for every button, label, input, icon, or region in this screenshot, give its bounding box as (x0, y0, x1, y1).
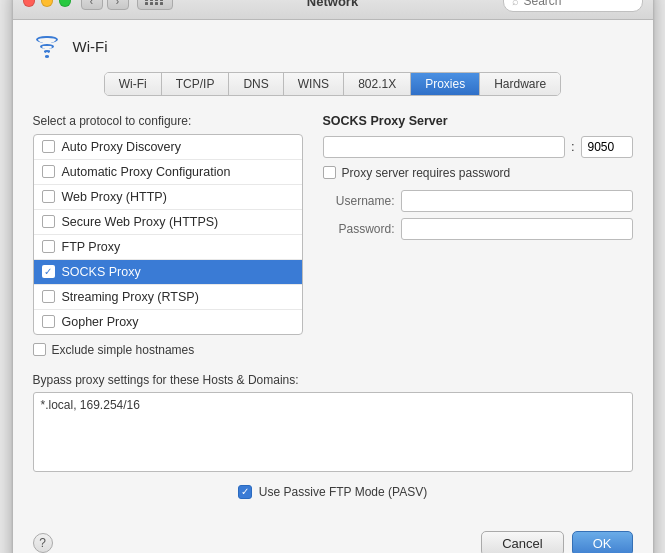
requires-password-label: Proxy server requires password (342, 166, 511, 180)
username-input[interactable] (401, 190, 633, 212)
help-icon: ? (39, 536, 46, 550)
label-gopher-proxy: Gopher Proxy (62, 315, 139, 329)
tab-wifi[interactable]: Wi-Fi (105, 73, 162, 95)
exclude-row: Exclude simple hostnames (33, 343, 303, 357)
search-icon: ⌕ (512, 0, 519, 7)
checkbox-web-proxy[interactable] (42, 190, 55, 203)
username-row: Username: (323, 190, 633, 212)
username-label: Username: (323, 194, 395, 208)
wifi-label: Wi-Fi (73, 38, 108, 55)
label-streaming-proxy: Streaming Proxy (RTSP) (62, 290, 199, 304)
list-item-secure-web[interactable]: Secure Web Proxy (HTTPS) (34, 210, 302, 235)
close-button[interactable] (23, 0, 35, 7)
proxy-server-row: : (323, 136, 633, 158)
password-input[interactable] (401, 218, 633, 240)
password-row: Password: (323, 218, 633, 240)
list-item-automatic-proxy[interactable]: Automatic Proxy Configuration (34, 160, 302, 185)
list-item-ftp-proxy[interactable]: FTP Proxy (34, 235, 302, 260)
back-button[interactable]: ‹ (81, 0, 103, 10)
checkbox-ftp-proxy[interactable] (42, 240, 55, 253)
footer: ? Cancel OK (13, 519, 653, 554)
proxy-port-input[interactable] (581, 136, 633, 158)
tab-proxies[interactable]: Proxies (411, 73, 480, 95)
proxy-host-input[interactable] (323, 136, 565, 158)
list-item-web-proxy[interactable]: Web Proxy (HTTP) (34, 185, 302, 210)
wifi-icon (33, 36, 61, 58)
pasv-label: Use Passive FTP Mode (PASV) (259, 485, 427, 499)
checkbox-auto-proxy[interactable] (42, 140, 55, 153)
list-item-auto-proxy[interactable]: Auto Proxy Discovery (34, 135, 302, 160)
tabs-container: Wi-Fi TCP/IP DNS WINS 802.1X Proxies Har… (33, 72, 633, 96)
label-automatic-proxy: Automatic Proxy Configuration (62, 165, 231, 179)
nav-buttons: ‹ › (81, 0, 129, 10)
protocol-panel-label: Select a protocol to configure: (33, 114, 303, 128)
checkbox-streaming-proxy[interactable] (42, 290, 55, 303)
pasv-row: ✓ Use Passive FTP Mode (PASV) (33, 485, 633, 499)
label-web-proxy: Web Proxy (HTTP) (62, 190, 167, 204)
list-item-streaming-proxy[interactable]: Streaming Proxy (RTSP) (34, 285, 302, 310)
checkbox-secure-web[interactable] (42, 215, 55, 228)
bypass-section: Bypass proxy settings for these Hosts & … (33, 373, 633, 475)
checkbox-gopher-proxy[interactable] (42, 315, 55, 328)
tab-dns[interactable]: DNS (229, 73, 283, 95)
window: ‹ › Network ⌕ Wi-Fi (13, 0, 653, 553)
left-panel: Select a protocol to configure: Auto Pro… (33, 114, 303, 357)
traffic-lights (23, 0, 71, 7)
footer-buttons: Cancel OK (481, 531, 632, 554)
maximize-button[interactable] (59, 0, 71, 7)
bypass-label: Bypass proxy settings for these Hosts & … (33, 373, 633, 387)
ok-button[interactable]: OK (572, 531, 633, 554)
tab-tcpip[interactable]: TCP/IP (162, 73, 230, 95)
help-button[interactable]: ? (33, 533, 53, 553)
search-box[interactable]: ⌕ (503, 0, 643, 12)
protocol-list: Auto Proxy Discovery Automatic Proxy Con… (33, 134, 303, 335)
label-ftp-proxy: FTP Proxy (62, 240, 121, 254)
list-item-socks-proxy[interactable]: ✓ SOCKS Proxy (34, 260, 302, 285)
password-label: Password: (323, 222, 395, 236)
right-panel: SOCKS Proxy Server : Proxy server requir… (323, 114, 633, 357)
cancel-button[interactable]: Cancel (481, 531, 563, 554)
checkbox-pasv[interactable]: ✓ (238, 485, 252, 499)
checkbox-requires-password[interactable] (323, 166, 336, 179)
label-socks-proxy: SOCKS Proxy (62, 265, 141, 279)
grid-button[interactable] (137, 0, 173, 10)
content: Wi-Fi Wi-Fi TCP/IP DNS WINS 802.1X Proxi… (13, 20, 653, 515)
main-area: Select a protocol to configure: Auto Pro… (33, 114, 633, 357)
wifi-header: Wi-Fi (33, 36, 633, 58)
tab-wins[interactable]: WINS (284, 73, 344, 95)
exclude-label: Exclude simple hostnames (52, 343, 195, 357)
window-title: Network (307, 0, 358, 9)
forward-button[interactable]: › (107, 0, 129, 10)
checkbox-automatic-proxy[interactable] (42, 165, 55, 178)
minimize-button[interactable] (41, 0, 53, 7)
label-auto-proxy: Auto Proxy Discovery (62, 140, 181, 154)
checkbox-socks-proxy[interactable]: ✓ (42, 265, 55, 278)
tabs: Wi-Fi TCP/IP DNS WINS 802.1X Proxies Har… (104, 72, 561, 96)
grid-icon (145, 0, 164, 5)
tab-hardware[interactable]: Hardware (480, 73, 560, 95)
colon-separator: : (571, 139, 575, 154)
label-secure-web: Secure Web Proxy (HTTPS) (62, 215, 219, 229)
list-item-gopher-proxy[interactable]: Gopher Proxy (34, 310, 302, 334)
socks-section-title: SOCKS Proxy Server (323, 114, 633, 128)
checkbox-exclude-hostnames[interactable] (33, 343, 46, 356)
bypass-textarea[interactable]: *.local, 169.254/16 (33, 392, 633, 472)
tab-8021x[interactable]: 802.1X (344, 73, 411, 95)
requires-password-row: Proxy server requires password (323, 166, 633, 180)
search-input[interactable] (524, 0, 634, 8)
titlebar: ‹ › Network ⌕ (13, 0, 653, 20)
